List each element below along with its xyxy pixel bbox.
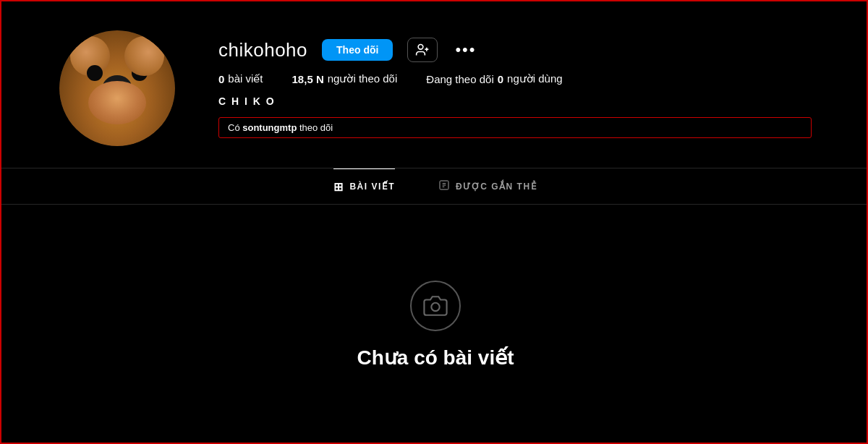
tab-tagged-label: ĐƯỢC GẮN THẺ <box>456 182 537 192</box>
dog-snout <box>88 81 146 124</box>
following-prefix: Đang theo dõi <box>426 73 493 85</box>
avatar-image <box>59 30 175 146</box>
avatar <box>59 30 175 146</box>
profile-section: chikohoho Theo dõi ••• 0 bài viết <box>1 1 868 168</box>
posts-count: 0 <box>218 73 224 85</box>
followed-by-prefix: Có <box>228 122 242 133</box>
grid-icon: ⊞ <box>333 180 344 194</box>
tabs-row: ⊞ BÀI VIẾT ĐƯỢC GẮN THẺ <box>1 168 868 204</box>
svg-point-4 <box>431 303 439 311</box>
stat-following: Đang theo dõi 0 người dùng <box>426 72 562 85</box>
profile-header-row: chikohoho Theo dõi ••• <box>218 38 812 62</box>
display-name: C H I K O <box>218 95 812 107</box>
stats-row: 0 bài viết 18,5 N người theo dõi Đang th… <box>218 72 812 85</box>
dog-eye-left <box>87 65 103 81</box>
stat-posts: 0 bài viết <box>218 72 263 85</box>
followers-label: người theo dõi <box>328 72 398 85</box>
follow-button[interactable]: Theo dõi <box>322 39 393 61</box>
followed-by-user: sontungmtp <box>242 122 297 133</box>
camera-icon <box>423 294 448 318</box>
username: chikohoho <box>218 39 307 61</box>
tab-tagged[interactable]: ĐƯỢC GẮN THẺ <box>438 168 537 204</box>
content-area: Chưa có bài viết <box>1 205 868 444</box>
followed-by-suffix: theo dõi <box>297 122 333 133</box>
posts-label: bài viết <box>228 72 263 85</box>
dog-eye-right <box>132 65 148 81</box>
add-user-button[interactable] <box>407 38 438 62</box>
avatar-container <box>59 30 175 146</box>
camera-circle <box>410 281 461 331</box>
tag-icon <box>438 179 450 194</box>
page-wrapper: chikohoho Theo dõi ••• 0 bài viết <box>1 1 868 444</box>
no-posts-text: Chưa có bài viết <box>357 346 514 370</box>
tab-posts[interactable]: ⊞ BÀI VIẾT <box>333 168 395 204</box>
following-label: người dùng <box>507 72 563 85</box>
more-options-button[interactable]: ••• <box>452 40 479 59</box>
svg-point-0 <box>419 45 424 50</box>
tab-posts-label: BÀI VIẾT <box>349 182 395 192</box>
profile-info: chikohoho Theo dõi ••• 0 bài viết <box>218 30 812 138</box>
followers-count: 18,5 N <box>292 73 324 85</box>
stat-followers: 18,5 N người theo dõi <box>292 72 398 85</box>
following-count: 0 <box>498 73 503 85</box>
add-user-icon <box>415 43 430 57</box>
followed-by-box: Có sontungmtp theo dõi <box>218 117 812 138</box>
